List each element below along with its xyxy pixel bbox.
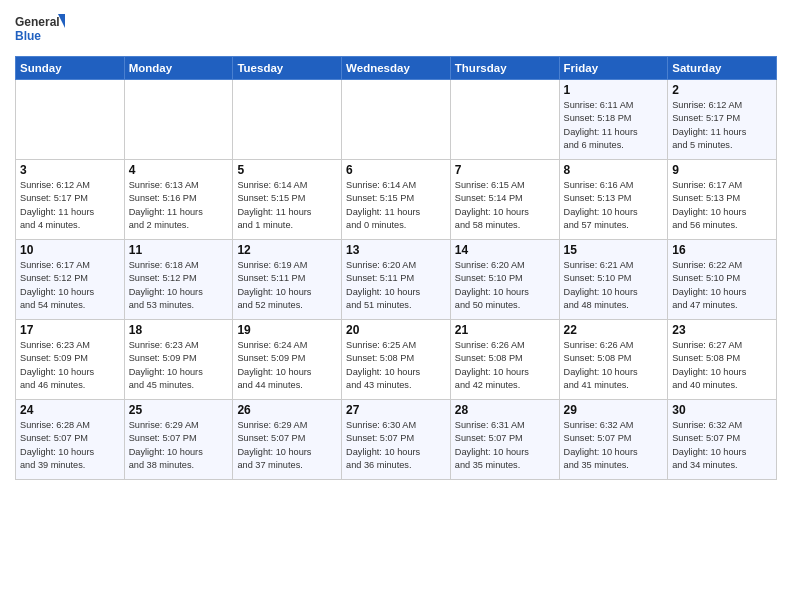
day-info: Sunrise: 6:28 AM Sunset: 5:07 PM Dayligh… [20, 419, 120, 472]
day-number: 27 [346, 403, 446, 417]
day-number: 22 [564, 323, 664, 337]
day-number: 10 [20, 243, 120, 257]
day-cell: 8Sunrise: 6:16 AM Sunset: 5:13 PM Daylig… [559, 160, 668, 240]
day-number: 12 [237, 243, 337, 257]
day-cell: 4Sunrise: 6:13 AM Sunset: 5:16 PM Daylig… [124, 160, 233, 240]
weekday-header-wednesday: Wednesday [342, 57, 451, 80]
day-info: Sunrise: 6:18 AM Sunset: 5:12 PM Dayligh… [129, 259, 229, 312]
day-cell: 19Sunrise: 6:24 AM Sunset: 5:09 PM Dayli… [233, 320, 342, 400]
day-number: 19 [237, 323, 337, 337]
day-info: Sunrise: 6:15 AM Sunset: 5:14 PM Dayligh… [455, 179, 555, 232]
day-cell: 6Sunrise: 6:14 AM Sunset: 5:15 PM Daylig… [342, 160, 451, 240]
day-info: Sunrise: 6:12 AM Sunset: 5:17 PM Dayligh… [672, 99, 772, 152]
day-info: Sunrise: 6:26 AM Sunset: 5:08 PM Dayligh… [564, 339, 664, 392]
day-number: 24 [20, 403, 120, 417]
day-info: Sunrise: 6:12 AM Sunset: 5:17 PM Dayligh… [20, 179, 120, 232]
day-info: Sunrise: 6:23 AM Sunset: 5:09 PM Dayligh… [129, 339, 229, 392]
day-cell: 13Sunrise: 6:20 AM Sunset: 5:11 PM Dayli… [342, 240, 451, 320]
day-cell: 26Sunrise: 6:29 AM Sunset: 5:07 PM Dayli… [233, 400, 342, 480]
day-cell: 17Sunrise: 6:23 AM Sunset: 5:09 PM Dayli… [16, 320, 125, 400]
day-info: Sunrise: 6:17 AM Sunset: 5:13 PM Dayligh… [672, 179, 772, 232]
day-info: Sunrise: 6:14 AM Sunset: 5:15 PM Dayligh… [237, 179, 337, 232]
day-info: Sunrise: 6:21 AM Sunset: 5:10 PM Dayligh… [564, 259, 664, 312]
day-number: 6 [346, 163, 446, 177]
day-number: 29 [564, 403, 664, 417]
day-number: 8 [564, 163, 664, 177]
day-number: 15 [564, 243, 664, 257]
day-info: Sunrise: 6:13 AM Sunset: 5:16 PM Dayligh… [129, 179, 229, 232]
day-cell: 21Sunrise: 6:26 AM Sunset: 5:08 PM Dayli… [450, 320, 559, 400]
day-info: Sunrise: 6:31 AM Sunset: 5:07 PM Dayligh… [455, 419, 555, 472]
day-cell: 11Sunrise: 6:18 AM Sunset: 5:12 PM Dayli… [124, 240, 233, 320]
weekday-header-tuesday: Tuesday [233, 57, 342, 80]
day-number: 7 [455, 163, 555, 177]
day-number: 28 [455, 403, 555, 417]
week-row-3: 17Sunrise: 6:23 AM Sunset: 5:09 PM Dayli… [16, 320, 777, 400]
svg-text:Blue: Blue [15, 29, 41, 43]
day-info: Sunrise: 6:11 AM Sunset: 5:18 PM Dayligh… [564, 99, 664, 152]
weekday-header-thursday: Thursday [450, 57, 559, 80]
day-info: Sunrise: 6:23 AM Sunset: 5:09 PM Dayligh… [20, 339, 120, 392]
day-number: 4 [129, 163, 229, 177]
day-info: Sunrise: 6:29 AM Sunset: 5:07 PM Dayligh… [237, 419, 337, 472]
day-number: 3 [20, 163, 120, 177]
day-number: 16 [672, 243, 772, 257]
week-row-1: 3Sunrise: 6:12 AM Sunset: 5:17 PM Daylig… [16, 160, 777, 240]
day-info: Sunrise: 6:25 AM Sunset: 5:08 PM Dayligh… [346, 339, 446, 392]
logo-svg: General Blue [15, 10, 65, 48]
weekday-header-monday: Monday [124, 57, 233, 80]
day-cell [450, 80, 559, 160]
day-cell [342, 80, 451, 160]
logo: General Blue [15, 10, 65, 48]
day-cell: 14Sunrise: 6:20 AM Sunset: 5:10 PM Dayli… [450, 240, 559, 320]
weekday-header-friday: Friday [559, 57, 668, 80]
day-cell: 15Sunrise: 6:21 AM Sunset: 5:10 PM Dayli… [559, 240, 668, 320]
day-info: Sunrise: 6:20 AM Sunset: 5:11 PM Dayligh… [346, 259, 446, 312]
day-info: Sunrise: 6:22 AM Sunset: 5:10 PM Dayligh… [672, 259, 772, 312]
day-number: 13 [346, 243, 446, 257]
day-info: Sunrise: 6:19 AM Sunset: 5:11 PM Dayligh… [237, 259, 337, 312]
day-cell: 23Sunrise: 6:27 AM Sunset: 5:08 PM Dayli… [668, 320, 777, 400]
day-number: 30 [672, 403, 772, 417]
day-cell: 5Sunrise: 6:14 AM Sunset: 5:15 PM Daylig… [233, 160, 342, 240]
day-cell: 27Sunrise: 6:30 AM Sunset: 5:07 PM Dayli… [342, 400, 451, 480]
day-cell: 16Sunrise: 6:22 AM Sunset: 5:10 PM Dayli… [668, 240, 777, 320]
day-number: 1 [564, 83, 664, 97]
day-info: Sunrise: 6:20 AM Sunset: 5:10 PM Dayligh… [455, 259, 555, 312]
calendar-page: General Blue SundayMondayTuesdayWednesda… [0, 0, 792, 495]
day-cell: 18Sunrise: 6:23 AM Sunset: 5:09 PM Dayli… [124, 320, 233, 400]
calendar-table: SundayMondayTuesdayWednesdayThursdayFrid… [15, 56, 777, 480]
day-cell: 2Sunrise: 6:12 AM Sunset: 5:17 PM Daylig… [668, 80, 777, 160]
day-number: 9 [672, 163, 772, 177]
weekday-header-sunday: Sunday [16, 57, 125, 80]
day-cell: 29Sunrise: 6:32 AM Sunset: 5:07 PM Dayli… [559, 400, 668, 480]
day-info: Sunrise: 6:30 AM Sunset: 5:07 PM Dayligh… [346, 419, 446, 472]
weekday-header-row: SundayMondayTuesdayWednesdayThursdayFrid… [16, 57, 777, 80]
svg-text:General: General [15, 15, 60, 29]
day-info: Sunrise: 6:16 AM Sunset: 5:13 PM Dayligh… [564, 179, 664, 232]
day-cell: 22Sunrise: 6:26 AM Sunset: 5:08 PM Dayli… [559, 320, 668, 400]
day-cell: 1Sunrise: 6:11 AM Sunset: 5:18 PM Daylig… [559, 80, 668, 160]
day-cell: 7Sunrise: 6:15 AM Sunset: 5:14 PM Daylig… [450, 160, 559, 240]
day-cell: 10Sunrise: 6:17 AM Sunset: 5:12 PM Dayli… [16, 240, 125, 320]
day-info: Sunrise: 6:24 AM Sunset: 5:09 PM Dayligh… [237, 339, 337, 392]
day-number: 5 [237, 163, 337, 177]
day-info: Sunrise: 6:14 AM Sunset: 5:15 PM Dayligh… [346, 179, 446, 232]
day-cell: 12Sunrise: 6:19 AM Sunset: 5:11 PM Dayli… [233, 240, 342, 320]
day-cell: 25Sunrise: 6:29 AM Sunset: 5:07 PM Dayli… [124, 400, 233, 480]
day-number: 14 [455, 243, 555, 257]
header: General Blue [15, 10, 777, 48]
day-info: Sunrise: 6:32 AM Sunset: 5:07 PM Dayligh… [672, 419, 772, 472]
day-number: 21 [455, 323, 555, 337]
week-row-4: 24Sunrise: 6:28 AM Sunset: 5:07 PM Dayli… [16, 400, 777, 480]
day-info: Sunrise: 6:32 AM Sunset: 5:07 PM Dayligh… [564, 419, 664, 472]
day-cell [233, 80, 342, 160]
day-info: Sunrise: 6:26 AM Sunset: 5:08 PM Dayligh… [455, 339, 555, 392]
day-cell: 9Sunrise: 6:17 AM Sunset: 5:13 PM Daylig… [668, 160, 777, 240]
day-cell: 28Sunrise: 6:31 AM Sunset: 5:07 PM Dayli… [450, 400, 559, 480]
day-number: 25 [129, 403, 229, 417]
day-number: 20 [346, 323, 446, 337]
week-row-2: 10Sunrise: 6:17 AM Sunset: 5:12 PM Dayli… [16, 240, 777, 320]
day-cell: 24Sunrise: 6:28 AM Sunset: 5:07 PM Dayli… [16, 400, 125, 480]
day-cell [16, 80, 125, 160]
